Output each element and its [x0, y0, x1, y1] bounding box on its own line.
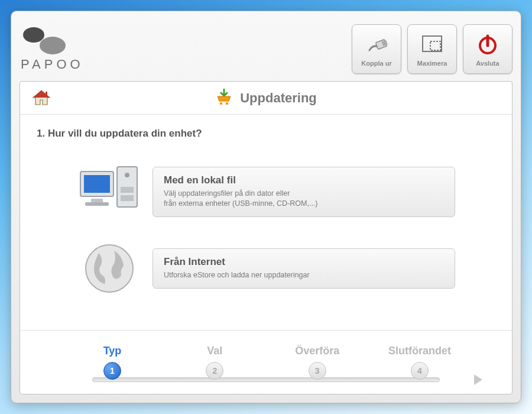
svg-rect-19: [121, 195, 134, 201]
papoo-logo-icon: [20, 26, 70, 56]
step-bubble-3: 3: [309, 362, 326, 380]
option-local-file-button[interactable]: Med en lokal fil Välj uppdateringsfiler …: [153, 167, 455, 217]
svg-point-11: [220, 102, 223, 105]
step-finish: Slutförandet 4: [384, 345, 455, 380]
maximize-icon: [421, 31, 443, 57]
svg-point-12: [226, 102, 229, 105]
svg-rect-4: [423, 36, 442, 51]
update-cart-icon: [215, 88, 233, 108]
svg-rect-10: [46, 92, 47, 95]
usb-plug-icon: [365, 31, 388, 57]
panel-title-wrap: Uppdatering: [20, 88, 512, 108]
svg-point-0: [23, 27, 44, 43]
step-type: Typ 1: [77, 345, 148, 380]
svg-rect-5: [430, 41, 440, 50]
brand-logo: PAPOO: [20, 26, 84, 72]
main-panel: Uppdatering 1. Hur vill du uppdatera din…: [20, 81, 512, 394]
step-bubble-1: 1: [103, 362, 121, 380]
disconnect-button[interactable]: Koppla ur: [352, 24, 401, 74]
step-selection: Val 2: [179, 345, 250, 380]
option-local-file: Med en lokal fil Välj uppdateringsfiler …: [77, 162, 455, 221]
top-buttons: Koppla ur Maximera Avslu: [352, 24, 512, 74]
svg-point-1: [40, 37, 66, 54]
brand-name: PAPOO: [21, 57, 84, 72]
power-icon: [476, 31, 499, 57]
svg-point-21: [86, 245, 133, 292]
svg-rect-15: [91, 199, 103, 202]
home-icon: [32, 89, 51, 107]
svg-rect-16: [85, 202, 109, 206]
app-window: PAPOO Koppla ur: [11, 11, 521, 403]
quit-button[interactable]: Avsluta: [463, 24, 512, 74]
panel-header: Uppdatering: [20, 82, 512, 115]
chevron-right-icon: [474, 374, 482, 385]
panel-body: 1. Hur vill du uppdatera din enhet?: [20, 115, 512, 330]
option-title: Från Internet: [164, 256, 444, 268]
panel-title: Uppdatering: [240, 90, 317, 106]
option-desc: Utforska eStore och ladda ner uppdaterin…: [164, 270, 444, 281]
wizard-steps: Typ 1 Val 2 Överföra 3 Slutförandet 4: [77, 345, 455, 380]
svg-point-20: [125, 173, 129, 177]
option-title: Med en lokal fil: [164, 174, 444, 186]
computer-icon: [77, 162, 142, 221]
globe-icon: [77, 239, 142, 298]
step-bubble-2: 2: [206, 362, 223, 380]
option-desc: Välj uppdateringsfiler på din dator elle…: [164, 189, 444, 209]
wizard-steps-bar: Typ 1 Val 2 Överföra 3 Slutförandet 4: [20, 330, 512, 394]
update-options: Med en lokal fil Välj uppdateringsfiler …: [37, 162, 495, 298]
option-internet-button[interactable]: Från Internet Utforska eStore och ladda …: [153, 248, 455, 289]
top-bar: PAPOO Koppla ur: [11, 11, 521, 81]
step-transfer: Överföra 3: [282, 345, 353, 380]
home-button[interactable]: [31, 88, 52, 109]
svg-rect-14: [84, 175, 110, 193]
wizard-question: 1. Hur vill du uppdatera din enhet?: [37, 128, 495, 140]
maximize-button[interactable]: Maximera: [407, 24, 457, 74]
option-internet: Från Internet Utforska eStore och ladda …: [77, 239, 455, 298]
step-bubble-4: 4: [411, 362, 429, 380]
svg-rect-18: [121, 187, 134, 193]
